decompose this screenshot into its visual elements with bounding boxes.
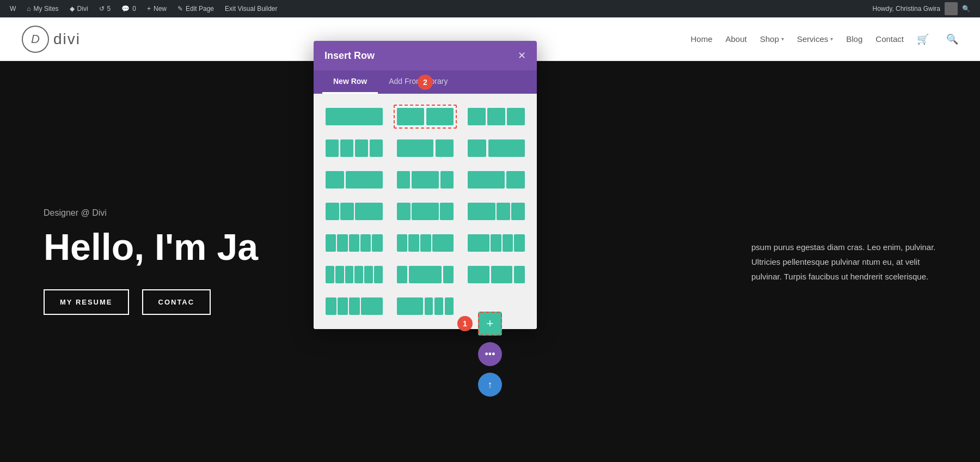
col-block (468, 139, 486, 157)
layout-3col[interactable] (464, 105, 528, 129)
wordpress-icon: W (10, 5, 16, 13)
divi-icon: ◆ (70, 5, 75, 13)
layout-2col-wide-left[interactable] (394, 136, 457, 160)
col-block (326, 139, 339, 157)
step2-badge: 2 (418, 75, 433, 90)
col-block (487, 108, 505, 125)
exit-visual-builder-button[interactable]: Exit Visual Builder (219, 0, 283, 17)
site-logo[interactable]: D divi (22, 26, 81, 53)
col-block (338, 297, 348, 315)
layout-1col[interactable] (322, 105, 386, 129)
col-block (491, 234, 501, 252)
hero-right: psum purus egestas diam cras. Leo enim, … (708, 218, 980, 306)
col-block (397, 297, 423, 315)
modal-title: Insert Row (324, 50, 375, 62)
nav-home[interactable]: Home (690, 34, 712, 44)
layout-3col-var2[interactable] (464, 168, 528, 192)
layout-4col-wide2[interactable] (464, 231, 528, 255)
contact-button[interactable]: CONTAC (142, 289, 211, 315)
comments-menu[interactable]: 💬 0 (116, 0, 142, 17)
revisions-menu[interactable]: ↺ 5 (94, 0, 117, 17)
col-block (514, 234, 525, 252)
nav-blog[interactable]: Blog (846, 34, 862, 44)
nav-about[interactable]: About (725, 34, 746, 44)
col-block (408, 234, 419, 252)
site-nav: Home About Shop ▾ Services ▾ Blog Contac… (690, 33, 958, 45)
layout-3col-center-wide[interactable] (394, 263, 457, 287)
layout-4col-v3[interactable] (464, 199, 528, 223)
col-block (514, 266, 525, 283)
wordpress-logo[interactable]: W (4, 0, 21, 17)
layout-2col[interactable] (394, 105, 457, 129)
services-dropdown-icon: ▾ (830, 36, 833, 42)
col-block (326, 108, 383, 125)
col-block (511, 203, 525, 220)
col-block (326, 234, 336, 252)
col-block (361, 297, 382, 315)
plus-icon: + (147, 5, 151, 13)
search-admin-icon[interactable]: 🔍 (962, 5, 970, 13)
col-block (355, 139, 368, 157)
col-block (503, 234, 513, 252)
col-block (370, 139, 383, 157)
col-block (468, 234, 489, 252)
layout-3col-right-small[interactable] (464, 263, 528, 287)
resume-button[interactable]: MY RESUME (44, 289, 129, 315)
col-block (425, 297, 433, 315)
layout-col-thin-wide[interactable] (322, 294, 386, 318)
col-block (468, 108, 486, 125)
user-greeting: Howdy, Christina Gwira 🔍 (867, 2, 976, 15)
hero-title: Hello, I'm Ja (44, 227, 258, 268)
hero-body-text: psum purus egestas diam cras. Leo enim, … (751, 240, 936, 284)
col-block (335, 266, 344, 283)
layout-4col-v2[interactable] (394, 199, 457, 223)
col-block (397, 171, 411, 189)
tab-new-row[interactable]: New Row (322, 70, 378, 94)
my-sites-menu[interactable]: ⌂ My Sites (21, 0, 64, 17)
col-block (412, 171, 438, 189)
hero-buttons: MY RESUME CONTAC (44, 289, 258, 315)
new-content-menu[interactable]: + New (142, 0, 172, 17)
nav-services[interactable]: Services ▾ (797, 34, 834, 44)
logo-circle: D (22, 26, 49, 53)
col-block (326, 203, 339, 220)
col-block (426, 108, 454, 125)
modal-tabs: New Row Add From Library 2 (314, 70, 537, 94)
col-block (326, 171, 344, 189)
shop-dropdown-icon: ▾ (781, 36, 784, 42)
col-block (468, 203, 495, 220)
col-block (340, 203, 354, 220)
col-block (345, 266, 354, 283)
col-block (436, 139, 454, 157)
layout-4col-wide1[interactable] (394, 231, 457, 255)
layout-2col-wide-right[interactable] (464, 136, 528, 160)
col-block (397, 234, 408, 252)
layout-3col-small-left[interactable] (322, 168, 386, 192)
col-block (491, 266, 512, 283)
nav-shop[interactable]: Shop ▾ (760, 34, 784, 44)
modal-close-button[interactable]: ✕ (518, 50, 526, 62)
layout-4col[interactable] (322, 136, 386, 160)
col-block (337, 234, 347, 252)
insert-row-modal[interactable]: Insert Row ✕ New Row Add From Library 2 (314, 41, 537, 329)
col-block (372, 234, 382, 252)
col-block (412, 203, 439, 220)
col-block (468, 266, 489, 283)
col-block (326, 266, 334, 283)
nav-contact[interactable]: Contact (875, 34, 904, 44)
modal-body (314, 94, 537, 329)
layout-3col-var1[interactable] (394, 168, 457, 192)
layout-4col-v1[interactable] (322, 199, 386, 223)
admin-bar: W ⌂ My Sites ◆ Divi ↺ 5 💬 0 + New ✎ Edit… (0, 0, 980, 17)
modal-header: Insert Row ✕ (314, 41, 537, 70)
col-block (374, 266, 383, 283)
logo-text: divi (53, 31, 81, 48)
layout-5col[interactable] (322, 231, 386, 255)
edit-page-button[interactable]: ✎ Edit Page (172, 0, 219, 17)
col-block (355, 203, 382, 220)
search-icon[interactable]: 🔍 (946, 33, 958, 45)
cart-icon[interactable]: 🛒 (917, 33, 929, 45)
divi-menu[interactable]: ◆ Divi (64, 0, 94, 17)
layout-6col[interactable] (322, 263, 386, 287)
layout-wide-thin[interactable] (394, 294, 457, 318)
